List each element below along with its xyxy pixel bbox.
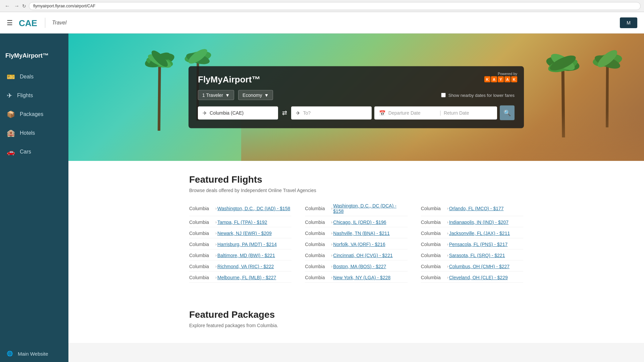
flights-icon: ✈ (7, 92, 12, 100)
nearby-dates-label: Show nearby dates for lower fares (448, 93, 515, 98)
sidebar-item-hotels[interactable]: 🏨 Hotels (0, 124, 68, 142)
flight-origin: Columbia (189, 242, 213, 247)
main-content: Powered by K A Y A K FlyMyAirport™ 1 Tra… (68, 34, 644, 362)
class-chevron-icon: ▼ (264, 93, 269, 98)
forward-button[interactable]: → (13, 3, 21, 9)
app-container: FlyMyAirport™ 🎫 Deals ✈ Flights 📦 Packag… (0, 12, 644, 362)
powered-by-section: Powered by K A Y A K (484, 72, 517, 82)
search-fields: ✈ ⇄ ✈ 📅 | (198, 106, 515, 120)
search-button[interactable]: 🔍 (500, 106, 515, 120)
flight-destination: Cincinnati, OH (CVG) - $221 (333, 253, 392, 258)
flight-origin: Columbia (421, 206, 445, 211)
flight-origin: Columbia (305, 264, 329, 269)
menu-button[interactable]: M (620, 17, 637, 28)
flight-destination: Washington, D.C., DC (IAD) - $158 (217, 206, 290, 211)
flight-row[interactable]: Columbia›Boston, MA (BOS) - $227 (305, 262, 407, 272)
flight-destination: Nashville, TN (BNA) - $211 (333, 231, 390, 236)
widget-title: FlyMyAirport™ (198, 74, 515, 85)
url-text: flymyairport.flyrae.com/airport/CAF (33, 4, 95, 8)
kayak-k2: K (511, 76, 517, 82)
flight-row[interactable]: Columbia›Pensacola, FL (PNS) - $217 (421, 240, 523, 249)
traveler-chevron-icon: ▼ (225, 93, 230, 98)
flight-row[interactable]: Columbia›Norfolk, VA (ORF) - $216 (305, 240, 407, 249)
flight-destination: Jacksonville, FL (JAX) - $211 (449, 231, 510, 236)
flight-destination: Baltimore, MD (BWI) - $221 (217, 253, 275, 258)
sidebar-item-hotels-label: Hotels (20, 130, 35, 136)
flight-origin: Columbia (421, 242, 445, 247)
calendar-icon: 📅 (379, 110, 386, 116)
flight-origin: Columbia (305, 253, 329, 258)
flight-row[interactable]: Columbia›Columbus, OH (CMH) - $227 (421, 262, 523, 272)
class-selector[interactable]: Economy ▼ (238, 90, 273, 100)
flight-origin: Columbia (189, 231, 213, 236)
sidebar-item-flights[interactable]: ✈ Flights (0, 86, 68, 105)
flight-destination: Indianapolis, IN (IND) - $207 (449, 220, 508, 225)
flights-grid: Columbia›Washington, D.C., DC (IAD) - $1… (189, 201, 523, 283)
powered-by-text: Powered by (484, 72, 517, 76)
sidebar-brand: FlyMyAirport™ (0, 46, 68, 67)
flight-row[interactable]: Columbia›Cincinnati, OH (CVG) - $221 (305, 251, 407, 260)
sidebar-item-packages[interactable]: 📦 Packages (0, 105, 68, 124)
flight-destination: Melbourne, FL (MLB) - $227 (217, 275, 276, 280)
featured-packages-subtitle: Explore featured packages from Columbia. (189, 323, 523, 328)
flight-row[interactable]: Columbia›Sarasota, FL (SRQ) - $221 (421, 251, 523, 260)
featured-packages-section: Featured Packages Explore featured packa… (68, 296, 644, 343)
nearby-dates-checkbox[interactable] (441, 93, 446, 98)
flight-origin: Columbia (305, 275, 329, 280)
flight-destination: Tampa, FL (TPA) - $192 (217, 220, 267, 225)
back-button[interactable]: ← (3, 3, 11, 9)
destination-input[interactable] (303, 110, 367, 116)
packages-icon: 📦 (7, 110, 15, 118)
flight-destination: New York, NY (LGA) - $228 (333, 275, 390, 280)
flight-row[interactable]: Columbia›New York, NY (LGA) - $228 (305, 273, 407, 283)
sidebar-main-website[interactable]: 🌐 Main Website (0, 345, 68, 362)
hotels-icon: 🏨 (7, 129, 15, 137)
flight-row[interactable]: Columbia›Melbourne, FL (MLB) - $227 (189, 273, 291, 283)
address-bar[interactable]: flymyairport.flyrae.com/airport/CAF (29, 2, 641, 10)
deals-icon: 🎫 (7, 73, 15, 81)
origin-input[interactable] (210, 110, 273, 116)
flight-row[interactable]: Columbia›Baltimore, MD (BWI) - $221 (189, 251, 291, 260)
flight-destination: Newark, NJ (EWR) - $209 (217, 231, 272, 236)
departure-date-input[interactable] (388, 110, 437, 116)
flight-origin: Columbia (189, 206, 213, 211)
flight-origin: Columbia (189, 220, 213, 225)
featured-flights-section: Featured Flights Browse deals offered by… (68, 161, 644, 296)
flight-row[interactable]: Columbia›Nashville, TN (BNA) - $211 (305, 229, 407, 238)
dates-field[interactable]: 📅 | (374, 106, 497, 119)
browser-bar: ← → ↻ flymyairport.flyrae.com/airport/CA… (0, 0, 644, 12)
flight-destination: Chicago, IL (ORD) - $196 (333, 220, 386, 225)
return-date-input[interactable] (444, 110, 492, 116)
flight-row[interactable]: Columbia›Washington, D.C., DC (DCA) - $1… (305, 201, 407, 216)
flight-destination: Orlando, FL (MCO) - $177 (449, 206, 504, 211)
sidebar-item-deals[interactable]: 🎫 Deals (0, 67, 68, 86)
sidebar-item-cars[interactable]: 🚗 Cars (0, 142, 68, 161)
flight-row[interactable]: Columbia›Chicago, IL (ORD) - $196 (305, 218, 407, 227)
flight-origin: Columbia (421, 220, 445, 225)
flight-row[interactable]: Columbia›Harrisburg, PA (MDT) - $214 (189, 240, 291, 249)
flight-row[interactable]: Columbia›Orlando, FL (MCO) - $177 (421, 201, 523, 216)
sidebar-item-deals-label: Deals (20, 74, 34, 80)
flight-row[interactable]: Columbia›Indianapolis, IN (IND) - $207 (421, 218, 523, 227)
origin-field[interactable]: ✈ (198, 106, 278, 119)
browser-nav-buttons: ← → ↻ (3, 3, 26, 9)
traveler-selector[interactable]: 1 Traveler ▼ (198, 90, 234, 100)
widget-controls: 1 Traveler ▼ Economy ▼ Show nearby dates… (198, 90, 515, 100)
search-icon: 🔍 (503, 109, 511, 117)
reload-button[interactable]: ↻ (22, 3, 26, 9)
destination-field[interactable]: ✈ (291, 106, 371, 119)
flight-row[interactable]: Columbia›Jacksonville, FL (JAX) - $211 (421, 229, 523, 238)
swap-button[interactable]: ⇄ (281, 109, 288, 117)
flight-destination: Columbus, OH (CMH) - $227 (449, 264, 510, 269)
hero-section: Powered by K A Y A K FlyMyAirport™ 1 Tra… (68, 34, 644, 161)
flight-origin: Columbia (421, 231, 445, 236)
flight-row[interactable]: Columbia›Washington, D.C., DC (IAD) - $1… (189, 201, 291, 216)
flight-row[interactable]: Columbia›Tampa, FL (TPA) - $192 (189, 218, 291, 227)
date-field-inner: | (388, 110, 492, 116)
flight-row[interactable]: Columbia›Cleveland, OH (CLE) - $229 (421, 273, 523, 283)
flight-origin: Columbia (189, 253, 213, 258)
flight-row[interactable]: Columbia›Newark, NJ (EWR) - $209 (189, 229, 291, 238)
kayak-a1: A (491, 76, 497, 82)
flight-destination: Pensacola, FL (PNS) - $217 (449, 242, 508, 247)
flight-row[interactable]: Columbia›Richmond, VA (RIC) - $222 (189, 262, 291, 272)
